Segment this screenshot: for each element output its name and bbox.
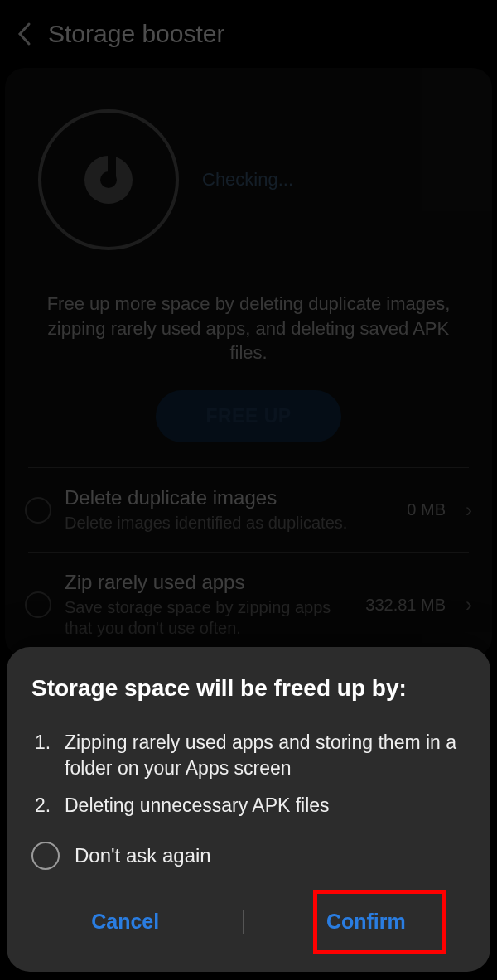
- free-up-button[interactable]: FREE UP: [156, 390, 340, 442]
- item-subtitle: Save storage space by zipping apps that …: [65, 597, 352, 639]
- dialog-point: Zipping rarely used apps and storing the…: [31, 730, 466, 781]
- dont-ask-row[interactable]: Don't ask again: [31, 842, 466, 870]
- dont-ask-label: Don't ask again: [75, 844, 211, 867]
- checkbox-icon[interactable]: [25, 591, 51, 618]
- item-title: Delete duplicate images: [65, 486, 393, 509]
- app-header: Storage booster: [0, 0, 497, 63]
- item-title: Zip rarely used apps: [65, 571, 352, 594]
- chevron-right-icon: ›: [466, 499, 472, 522]
- main-card: Checking... Free up more space by deleti…: [5, 68, 492, 657]
- description-text: Free up more space by deleting duplicate…: [5, 275, 492, 390]
- storage-donut-icon: [84, 156, 133, 204]
- action-separator: [243, 910, 244, 934]
- confirmation-dialog: Storage space will be freed up by: Zippi…: [7, 647, 490, 972]
- confirm-button[interactable]: Confirm: [290, 895, 442, 949]
- item-value: 0 MB: [407, 500, 446, 519]
- list-item-zip-apps[interactable]: Zip rarely used apps Save storage space …: [5, 553, 492, 657]
- dialog-point: Deleting unnecessary APK files: [31, 793, 466, 818]
- checkbox-icon[interactable]: [25, 497, 51, 524]
- page-title: Storage booster: [48, 20, 224, 48]
- radio-icon[interactable]: [31, 842, 60, 870]
- dialog-actions: Cancel Confirm: [31, 895, 466, 949]
- chevron-right-icon: ›: [466, 593, 472, 616]
- item-subtitle: Delete images identified as duplicates.: [65, 513, 393, 533]
- cancel-button[interactable]: Cancel: [55, 895, 195, 949]
- item-value: 332.81 MB: [365, 596, 446, 615]
- divider: [28, 552, 469, 553]
- list-item-duplicate-images[interactable]: Delete duplicate images Delete images id…: [5, 468, 492, 552]
- status-label: Checking...: [202, 169, 293, 191]
- divider: [28, 467, 469, 468]
- back-icon[interactable]: [17, 22, 33, 46]
- progress-ring-icon: [38, 109, 179, 250]
- dialog-title: Storage space will be freed up by:: [31, 675, 466, 702]
- dialog-list: Zipping rarely used apps and storing the…: [31, 730, 466, 818]
